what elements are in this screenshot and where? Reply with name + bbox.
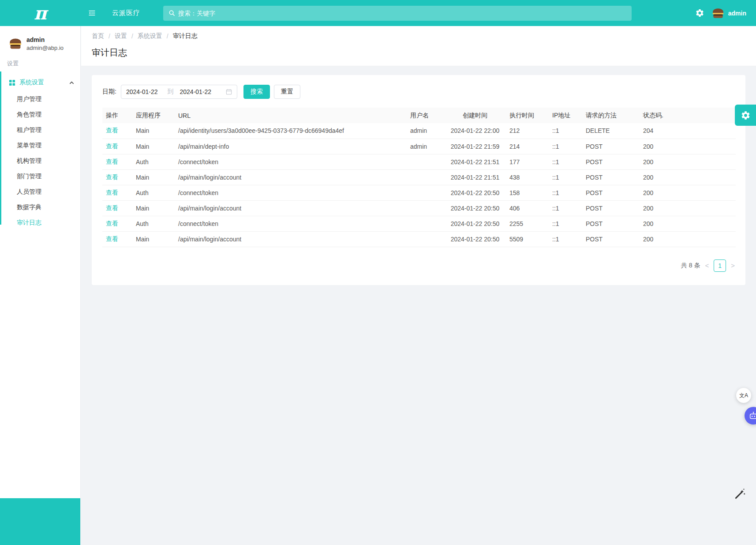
view-link[interactable]: 查看 (106, 127, 118, 134)
cell-status: 200 (640, 185, 736, 200)
sidebar-user-name: admin (26, 36, 64, 44)
view-link[interactable]: 查看 (106, 189, 118, 196)
cell-created: 2024-01-22 21:51 (444, 169, 506, 185)
breadcrumb-separator: / (109, 33, 110, 40)
search-button[interactable]: 搜索 (243, 85, 270, 99)
col-app: 应用程序 (132, 108, 175, 123)
sidebar-item-staff[interactable]: 人员管理 (0, 184, 80, 199)
cell-created: 2024-01-22 20:50 (444, 216, 506, 231)
date-label: 日期: (102, 88, 116, 96)
cell-status: 204 (640, 123, 736, 139)
cell-user (407, 216, 444, 231)
table-row: 查看 Main /api/main/dept-info admin 2024-0… (102, 139, 736, 154)
menu-fold-icon[interactable] (88, 9, 96, 17)
sidebar-user-card[interactable]: admin admin@abp.io (0, 26, 80, 53)
view-link[interactable]: 查看 (106, 204, 118, 211)
col-ip: IP地址 (549, 108, 582, 123)
app-logo[interactable]: π (0, 0, 81, 26)
col-created: 创建时间 (444, 108, 506, 123)
table-row: 查看 Auth /connect/token 2024-01-22 20:50 … (102, 185, 736, 200)
sidebar-item-users[interactable]: 用户管理 (0, 91, 80, 107)
col-status: 状态码. (640, 108, 736, 123)
content: 日期: 2024-01-22 到 2024-01-22 搜索 重置 (81, 66, 756, 545)
cell-user: admin (407, 123, 444, 139)
reset-button[interactable]: 重置 (274, 85, 300, 99)
sidebar-item-dict[interactable]: 数据字典 (0, 199, 80, 215)
view-link[interactable]: 查看 (106, 143, 118, 150)
cell-user (407, 200, 444, 216)
cell-ip: ::1 (549, 200, 582, 216)
view-link[interactable]: 查看 (106, 158, 118, 165)
cell-duration: 406 (506, 200, 549, 216)
cell-url: /api/main/login/account (175, 169, 407, 185)
prev-page-icon[interactable]: < (705, 262, 709, 269)
calendar-icon (226, 89, 232, 95)
cell-app: Auth (132, 154, 175, 169)
cell-url: /api/identity/users/3a0d00ee-9425-0373-6… (175, 123, 407, 139)
cell-duration: 2255 (506, 216, 549, 231)
settings-drawer-button[interactable] (735, 105, 756, 126)
avatar (711, 7, 725, 20)
breadcrumb-system-settings[interactable]: 系统设置 (138, 32, 162, 40)
sidebar-item-depts[interactable]: 部门管理 (0, 169, 80, 184)
breadcrumb-home[interactable]: 首页 (92, 32, 104, 40)
cell-app: Auth (132, 216, 175, 231)
top-header: π 云派医疗 (0, 0, 756, 26)
pagination-total: 共 8 条 (681, 262, 700, 270)
chevron-up-icon (69, 80, 74, 85)
cell-method: DELETE (582, 123, 640, 139)
cell-created: 2024-01-22 20:50 (444, 200, 506, 216)
col-method: 请求的方法 (582, 108, 640, 123)
gear-icon[interactable] (695, 8, 704, 18)
cell-method: POST (582, 154, 640, 169)
sidebar-group-label: 系统设置 (19, 79, 44, 86)
avatar (8, 37, 22, 51)
search-icon (168, 10, 175, 16)
date-from-value: 2024-01-22 (126, 88, 158, 95)
sidebar-item-menus[interactable]: 菜单管理 (0, 138, 80, 153)
cell-method: POST (582, 139, 640, 154)
view-link[interactable]: 查看 (106, 173, 118, 180)
table-row: 查看 Main /api/identity/users/3a0d00ee-942… (102, 123, 736, 139)
sidebar-item-roles[interactable]: 角色管理 (0, 107, 80, 122)
sidebar-item-tenants[interactable]: 租户管理 (0, 122, 80, 138)
cell-app: Main (132, 123, 175, 139)
sidebar-group-system-settings[interactable]: 系统设置 (0, 74, 80, 91)
sidebar-item-audit-log[interactable]: 审计日志 (0, 215, 80, 230)
sidebar: admin admin@abp.io 设置 系统设置 用户管理 角色管理 租户管… (0, 26, 81, 545)
next-page-icon[interactable]: > (731, 262, 735, 269)
date-to-label: 到 (168, 88, 174, 96)
cell-status: 200 (640, 139, 736, 154)
cell-ip: ::1 (549, 123, 582, 139)
filter-bar: 日期: 2024-01-22 到 2024-01-22 搜索 重置 (102, 85, 735, 99)
cell-created: 2024-01-22 21:59 (444, 139, 506, 154)
cell-duration: 5509 (506, 231, 549, 247)
sidebar-section-label: 设置 (0, 53, 80, 68)
cell-user (407, 185, 444, 200)
cell-method: POST (582, 185, 640, 200)
cell-status: 200 (640, 231, 736, 247)
breadcrumb-settings[interactable]: 设置 (115, 32, 127, 40)
user-menu[interactable]: admin (711, 7, 746, 20)
cell-status: 200 (640, 154, 736, 169)
col-user: 用户名 (407, 108, 444, 123)
breadcrumb-separator: / (131, 33, 133, 40)
global-search[interactable] (163, 6, 632, 21)
magic-wand-icon[interactable] (734, 488, 746, 501)
cell-user (407, 231, 444, 247)
cell-duration: 158 (506, 185, 549, 200)
search-input[interactable] (178, 10, 626, 17)
cell-method: POST (582, 200, 640, 216)
cell-app: Main (132, 139, 175, 154)
cell-duration: 214 (506, 139, 549, 154)
view-link[interactable]: 查看 (106, 235, 118, 242)
cell-duration: 438 (506, 169, 549, 185)
page-number[interactable]: 1 (714, 259, 726, 272)
grid-icon (9, 79, 15, 86)
view-link[interactable]: 查看 (106, 220, 118, 227)
sidebar-item-orgs[interactable]: 机构管理 (0, 153, 80, 169)
table-row: 查看 Main /api/main/login/account 2024-01-… (102, 231, 736, 247)
translate-icon[interactable]: 文A (736, 388, 751, 403)
cell-ip: ::1 (549, 231, 582, 247)
date-range-picker[interactable]: 2024-01-22 到 2024-01-22 (121, 85, 237, 99)
